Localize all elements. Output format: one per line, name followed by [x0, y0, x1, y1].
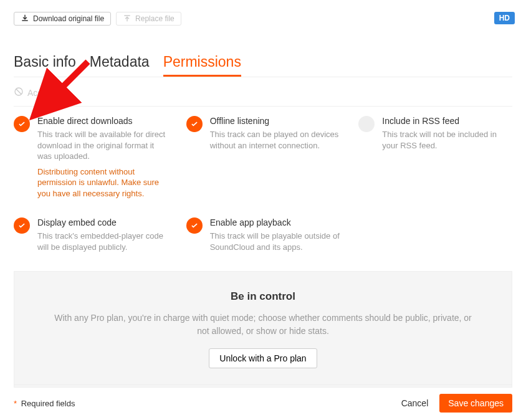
hd-badge: HD — [494, 12, 515, 24]
required-fields-label: Required fields — [21, 399, 75, 408]
tab-basic-info[interactable]: Basic info — [14, 54, 76, 77]
perm-warning: Distributing content without permission … — [37, 166, 168, 199]
perm-title: Include in RSS feed — [382, 116, 512, 126]
save-changes-button[interactable]: Save changes — [439, 394, 512, 413]
perm-offline-listening[interactable]: Offline listening This track can be play… — [186, 116, 340, 199]
pro-desc: With any Pro plan, you're in charge with… — [52, 312, 474, 337]
access-label: Acc — [27, 88, 42, 98]
access-row: Acc — [14, 87, 512, 98]
replace-file-label: Replace file — [135, 14, 175, 23]
download-icon — [21, 14, 29, 24]
download-original-button[interactable]: Download original file — [14, 12, 111, 26]
replace-file-button: Replace file — [116, 12, 181, 26]
upload-icon — [123, 14, 132, 24]
unlock-pro-button[interactable]: Unlock with a Pro plan — [209, 348, 317, 368]
download-original-label: Download original file — [33, 14, 104, 23]
perm-title: Display embed code — [37, 217, 168, 227]
prohibit-icon — [14, 87, 24, 98]
perm-desc: This track will not be included in your … — [382, 129, 512, 151]
checkmark-icon — [186, 116, 203, 132]
perm-title: Enable direct downloads — [37, 116, 168, 126]
perm-desc: This track's embedded-player code will b… — [37, 231, 168, 252]
perm-title: Offline listening — [210, 116, 340, 126]
pro-title: Be in control — [52, 290, 474, 303]
perm-rss-feed[interactable]: Include in RSS feed This track will not … — [358, 116, 512, 199]
perm-desc: This track will be available for direct … — [37, 129, 168, 162]
perm-desc: This track will be playable outside of S… — [210, 231, 340, 252]
tab-metadata[interactable]: Metadata — [90, 54, 150, 77]
unchecked-icon — [358, 116, 375, 132]
perm-desc: This track can be played on devices with… — [210, 129, 340, 151]
cancel-button[interactable]: Cancel — [401, 398, 429, 408]
pro-upsell-panel: Be in control With any Pro plan, you're … — [14, 271, 512, 388]
perm-app-playback[interactable]: Enable app playback This track will be p… — [186, 217, 340, 252]
perm-embed-code[interactable]: Display embed code This track's embedded… — [14, 217, 168, 252]
checkmark-icon — [186, 217, 203, 234]
required-fields-note: * Required fields — [14, 399, 75, 408]
perm-direct-downloads[interactable]: Enable direct downloads This track will … — [14, 116, 168, 199]
checkmark-icon — [14, 116, 30, 132]
perm-title: Enable app playback — [210, 217, 340, 227]
checkmark-icon — [14, 217, 30, 234]
asterisk-icon: * — [14, 399, 17, 408]
tab-permissions[interactable]: Permissions — [163, 54, 241, 77]
